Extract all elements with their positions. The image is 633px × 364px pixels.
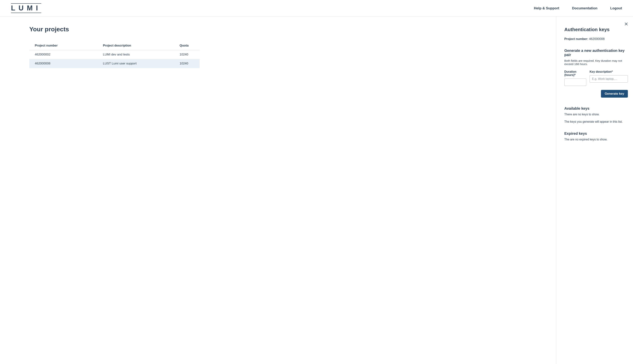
generate-form: Duration (hours)* Key description* — [564, 70, 628, 86]
cell-quota: 10240 — [174, 59, 200, 68]
expired-keys-empty: The are no expired keys to show. — [564, 138, 628, 141]
header: LUMI Help & Support Documentation Logout — [0, 0, 633, 16]
logo: LUMI — [11, 3, 41, 13]
duration-field: Duration (hours)* — [564, 70, 586, 86]
page-title: Your projects — [29, 26, 556, 33]
cell-project-number: 462000008 — [29, 59, 98, 68]
generate-section: Generate a new authentication key pair B… — [564, 48, 628, 98]
nav-help-support[interactable]: Help & Support — [534, 6, 559, 10]
top-nav: Help & Support Documentation Logout — [534, 6, 622, 10]
nav-logout[interactable]: Logout — [610, 6, 622, 10]
col-project-number: Project number — [29, 41, 98, 50]
side-panel: Authentication keys Project number: 4620… — [556, 16, 633, 364]
cell-quota: 10240 — [174, 50, 200, 59]
container: Your projects Project number Project des… — [0, 16, 633, 364]
generate-key-button[interactable]: Generate key — [601, 90, 628, 98]
panel-title: Authentication keys — [564, 27, 628, 32]
available-keys-empty2: The keys you generate will appear in thi… — [564, 120, 628, 124]
close-icon[interactable] — [624, 22, 628, 27]
duration-input[interactable] — [564, 78, 586, 86]
available-keys-section: Available keys There are no keys to show… — [564, 106, 628, 124]
project-number-label: Project number: — [564, 37, 588, 41]
expired-keys-heading: Expired keys — [564, 132, 628, 136]
description-field: Key description* — [590, 70, 628, 86]
cell-project-description: LUST Lumi user support — [98, 59, 174, 68]
duration-label: Duration (hours)* — [564, 70, 586, 77]
available-keys-empty1: There are no keys to show. — [564, 113, 628, 116]
description-label: Key description* — [590, 70, 628, 74]
table-row[interactable]: 462000002 LUMI dev and tests 10240 — [29, 50, 200, 59]
generate-heading: Generate a new authentication key pair — [564, 48, 628, 57]
panel-project-number: Project number: 462000008 — [564, 37, 628, 41]
main-content: Your projects Project number Project des… — [0, 16, 556, 364]
projects-table: Project number Project description Quota… — [29, 41, 200, 68]
x-icon — [624, 22, 628, 26]
cell-project-number: 462000002 — [29, 50, 98, 59]
generate-hint: Both fields are required. Key duration m… — [564, 59, 628, 66]
project-number-value: 462000008 — [589, 37, 604, 41]
col-project-description: Project description — [98, 41, 174, 50]
table-row[interactable]: 462000008 LUST Lumi user support 10240 — [29, 59, 200, 68]
nav-documentation[interactable]: Documentation — [572, 6, 597, 10]
expired-keys-section: Expired keys The are no expired keys to … — [564, 132, 628, 141]
available-keys-heading: Available keys — [564, 106, 628, 110]
col-quota: Quota — [174, 41, 200, 50]
cell-project-description: LUMI dev and tests — [98, 50, 174, 59]
description-input[interactable] — [590, 75, 628, 82]
